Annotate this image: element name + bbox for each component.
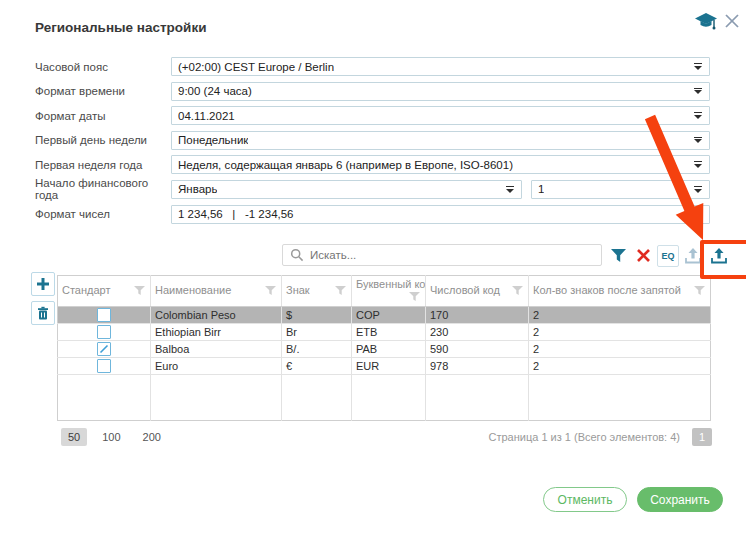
filter-icon[interactable] <box>608 245 628 265</box>
cell-sign: B/. <box>282 341 352 358</box>
select-value: 04.11.2021 <box>178 110 235 122</box>
save-button[interactable]: Сохранить <box>637 487 723 512</box>
page-number-button[interactable]: 1 <box>692 428 712 446</box>
cell-name: Euro <box>151 358 282 375</box>
field-label: Часовой пояс <box>35 61 171 73</box>
first-day-select[interactable]: Понедельник <box>171 131 710 150</box>
col-header-standard: Стандарт <box>58 276 151 307</box>
select-value: 9:00 (24 часа) <box>178 85 252 97</box>
field-label: Первый день недели <box>35 134 171 146</box>
column-filter-icon[interactable] <box>511 285 524 298</box>
column-filter-icon[interactable] <box>133 285 146 298</box>
timezone-select[interactable]: (+02:00) CEST Europe / Berlin <box>171 57 710 76</box>
chevron-down-icon <box>694 88 702 95</box>
page-size-switcher: 50 100 200 <box>61 428 176 446</box>
page-size-100[interactable]: 100 <box>95 428 127 446</box>
cancel-button[interactable]: Отменить <box>543 487 627 512</box>
standard-checkbox[interactable] <box>97 325 111 339</box>
column-filter-icon[interactable] <box>334 285 347 298</box>
col-header-sign: Знак <box>282 276 352 307</box>
col-header-label: Числовой код <box>430 284 500 296</box>
date-format-select[interactable]: 04.11.2021 <box>171 106 710 125</box>
form-row-time-format: Формат времени 9:00 (24 часа) <box>35 82 710 101</box>
cell-num-code: 978 <box>426 358 529 375</box>
chevron-down-icon <box>506 186 514 193</box>
delete-row-button[interactable] <box>31 301 55 325</box>
cell-alpha-code: EUR <box>352 358 426 375</box>
column-filter-icon[interactable] <box>408 291 421 304</box>
col-header-label: Стандарт <box>62 284 111 296</box>
upload-icon-muted[interactable] <box>683 245 703 265</box>
search-input[interactable] <box>308 248 601 262</box>
col-header-name: Наименование <box>151 276 282 307</box>
form-row-timezone: Часовой пояс (+02:00) CEST Europe / Berl… <box>35 57 710 76</box>
col-header-label: Буквенный код <box>356 278 426 290</box>
upload-icon[interactable] <box>709 245 729 265</box>
page-size-200[interactable]: 200 <box>136 428 168 446</box>
clear-filter-icon[interactable] <box>633 245 653 265</box>
cell-sign: $ <box>282 307 352 324</box>
cell-num-code: 590 <box>426 341 529 358</box>
select-value: Неделя, содержащая январь 6 (например в … <box>178 159 513 171</box>
field-label: Формат чисел <box>35 208 171 220</box>
table-row[interactable]: Ethiopian Birr Br ETB 230 2 <box>58 324 711 341</box>
field-label: Формат времени <box>35 85 171 97</box>
table-empty-area <box>58 375 711 421</box>
number-format-field[interactable]: 1 234,56 | -1 234,56 <box>171 205 710 224</box>
cell-sign: Br <box>282 324 352 341</box>
select-value: Понедельник <box>178 134 248 146</box>
table-search-box <box>282 244 602 266</box>
search-icon <box>290 248 304 262</box>
standard-checkbox[interactable] <box>97 359 111 373</box>
form-row-fiscal-year: Начало финансового года Январь 1 <box>35 180 710 199</box>
table-row[interactable]: Balboa B/. PAB 590 2 <box>58 341 711 358</box>
table-row[interactable]: Colombian Peso $ COP 170 2 <box>58 307 711 324</box>
col-header-num-code: Числовой код <box>426 276 529 307</box>
cell-sign: € <box>282 358 352 375</box>
plus-icon <box>36 277 50 291</box>
cell-decimals: 2 <box>529 307 711 324</box>
search-panel-icon[interactable]: ЕQ <box>657 245 679 267</box>
page-title: Региональные настройки <box>35 20 206 35</box>
column-filter-icon[interactable] <box>693 285 706 298</box>
cell-name: Balboa <box>151 341 282 358</box>
column-filter-icon[interactable] <box>264 285 277 298</box>
form-row-date-format: Формат даты 04.11.2021 <box>35 106 710 125</box>
chevron-down-icon <box>694 186 702 193</box>
cell-decimals: 2 <box>529 358 711 375</box>
cell-alpha-code: PAB <box>352 341 426 358</box>
chevron-down-icon <box>694 161 702 168</box>
select-value: Январь <box>178 183 217 195</box>
form-row-first-week: Первая неделя года Неделя, содержащая ян… <box>35 155 710 174</box>
col-header-decimals: Кол-во знаков после запятой <box>529 276 711 307</box>
first-week-select[interactable]: Неделя, содержащая январь 6 (например в … <box>171 155 710 174</box>
chevron-down-icon <box>694 63 702 70</box>
pagination-info: Страница 1 из 1 (Всего элементов: 4) <box>489 431 681 443</box>
close-icon[interactable] <box>724 13 740 29</box>
cell-alpha-code: COP <box>352 307 426 324</box>
help-tutorial-icon[interactable] <box>694 12 718 32</box>
fiscal-month-select[interactable]: Январь <box>171 180 522 199</box>
cell-decimals: 2 <box>529 341 711 358</box>
standard-checkbox[interactable] <box>97 342 111 356</box>
form-row-first-day: Первый день недели Понедельник <box>35 131 710 150</box>
cell-name: Colombian Peso <box>151 307 282 324</box>
form-row-number-format: Формат чисел 1 234,56 | -1 234,56 <box>35 205 710 224</box>
add-row-button[interactable] <box>31 272 55 296</box>
chevron-down-icon <box>694 137 702 144</box>
fiscal-day-select[interactable]: 1 <box>531 180 710 199</box>
page-size-50[interactable]: 50 <box>61 428 87 446</box>
standard-checkbox[interactable] <box>97 308 111 322</box>
cell-num-code: 170 <box>426 307 529 324</box>
table-header-row: Стандарт Наименование Знак Буквенный код… <box>58 276 711 307</box>
table-row[interactable]: Euro € EUR 978 2 <box>58 358 711 375</box>
search-panel-label: ЕQ <box>661 251 674 261</box>
time-format-select[interactable]: 9:00 (24 часа) <box>171 82 710 101</box>
regional-settings-dialog: Региональные настройки Часовой пояс (+02… <box>0 0 746 533</box>
cell-name: Ethiopian Birr <box>151 324 282 341</box>
select-value: (+02:00) CEST Europe / Berlin <box>178 61 334 73</box>
col-header-label: Кол-во знаков после запятой <box>533 284 681 296</box>
field-label: Первая неделя года <box>35 159 171 171</box>
field-label: Начало финансового года <box>35 177 171 201</box>
field-label: Формат даты <box>35 110 171 122</box>
